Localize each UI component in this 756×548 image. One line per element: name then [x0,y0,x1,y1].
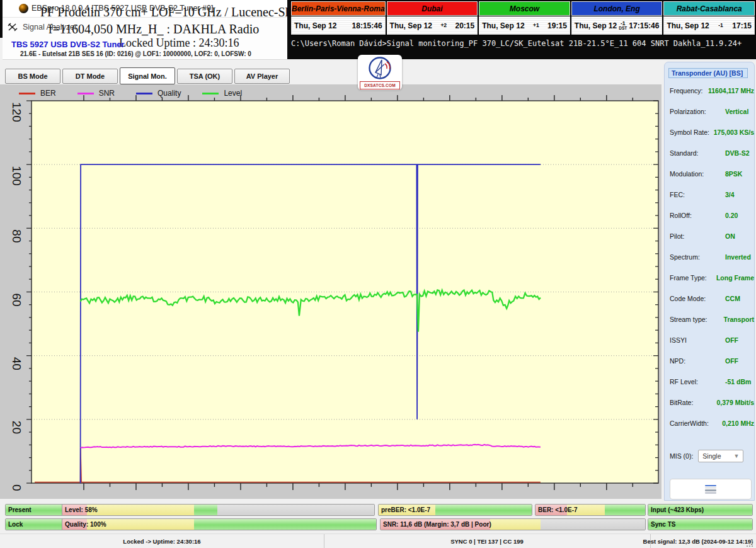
clock-london-eng: London, EngThu, Sep 12-1DST17:15:46 [571,1,663,35]
transponder-field: Frequency:11604,117 MHz [665,80,754,101]
transponder-list-button[interactable] [670,479,752,499]
transponder-title: Transponder (AU) [BS] [668,68,748,78]
svg-text:40: 40 [10,357,23,370]
clock-city-label: London, Eng [571,1,663,16]
mode-tabs: BS ModeDT ModeSignal Mon.TSA (OK)AV Play… [5,69,290,84]
app-icon [19,4,28,13]
indicator-ber: BER: <1.0E-7 [535,504,646,516]
status-sync: SYNC 0 | TEI 137 | CC 199 [324,534,651,548]
chevron-down-icon: ▼ [733,453,739,459]
transponder-field: FEC:3/4 [665,184,754,205]
legend-level: Level [202,89,242,98]
satellite-dish-icon [367,56,392,81]
indicator-label: BER: <1.0E-7 [538,505,578,515]
list-icon [705,485,716,494]
transponder-field: Modulation:8PSK [665,163,754,184]
tab-tsa-ok-[interactable]: TSA (OK) [177,69,232,84]
clock-time: Thu, Sep 1218:15:46 [291,16,386,35]
transponder-fields: Frequency:11604,117 MHzPolarization:Vert… [665,80,754,433]
tuner-info: 21.6E - Eutelsat 21B SES 16 (ID: 0216) @… [20,50,251,57]
clock-dubai: DubaiThu, Sep 12+220:15 [387,1,478,35]
mis-row: MIS (0): Single ▼ [665,445,754,466]
clock-moscow: MoscowThu, Sep 12+119:15 [479,1,570,35]
status-uptime: Locked -> Uptime: 24:30:16 [0,534,324,548]
legend-ber: BER [19,89,56,98]
clock-berlin-paris-vienna-roma: Berlin-Paris-Vienna-RomaThu, Sep 1218:15… [291,1,386,35]
transponder-field: Spectrum:Inverted [665,246,754,267]
transponder-field: CarrierWidth:0,210 MHz [665,413,754,433]
indicator-bars-row1: PresentLevel: 58%preBER: <1.0E-7BER: <1.… [0,504,756,516]
clock-city-label: Dubai [387,1,478,16]
header-area: EBSpro 18.0.0.4 [TBS 5927 USB DVB-S2 Tun… [3,0,287,60]
transponder-field: Polarization:Vertical [665,101,754,122]
indicator-input-kbps-: Input (~423 Kbps) [648,504,753,516]
transponder-field: Pilot:ON [665,225,754,246]
mis-label: MIS (0): [670,452,693,460]
tab-dt-mode[interactable]: DT Mode [62,69,118,84]
indicator-preber: preBER: <1.0E-7 [378,504,532,516]
indicator-bars-row2: LockQuality: 100%SNR: 11,6 dB (Margin: 3… [0,518,756,530]
clock-time: Thu, Sep 12+220:15 [387,16,478,35]
logo-text: DXSATCS.COM [360,81,400,89]
transponder-field: ISSYIOFF [665,329,754,350]
indicator-lock: Lock [5,518,68,530]
transponder-field: RF Level:-51 dBm [665,371,754,392]
svg-text:20: 20 [10,421,23,434]
frequency-title: f=11604,050 MHz_H_ : DAKHLA Radio [28,22,280,37]
clock-time: Thu, Sep 12+119:15 [479,16,570,35]
clock-city-label: Rabat-Casablanca [663,1,755,16]
svg-text:80: 80 [10,229,23,243]
indicator-label: Input (~423 Kbps) [651,505,704,515]
clock-city-label: Moscow [479,1,570,16]
transponder-field: Standard:DVB-S2 [665,142,754,163]
mis-select[interactable]: Single ▼ [698,450,743,462]
clock-time: Thu, Sep 12-117:15 [663,16,755,35]
world-clocks: Berlin-Paris-Vienna-RomaThu, Sep 1218:15… [291,1,755,35]
clock-rabat-casablanca: Rabat-CasablancaThu, Sep 12-117:15 [663,1,755,35]
transponder-field: RollOff:0.20 [665,205,754,225]
indicator-sync-ts: Sync TS [648,518,753,530]
dish-location-title: PF Prodelin 370 cm+ LOF=10 GHz / Lucenec… [40,5,290,20]
console-prompt: C:\Users\Roman Dávid>Signal monitoring_P… [291,39,742,48]
indicator-label: Quality: 100% [65,519,106,530]
legend-snr: SNR [77,89,115,98]
indicator-label: Present [8,505,32,515]
dxsatcs-logo: DXSATCS.COM [358,55,402,90]
signal-chart: 020406080100120 [0,84,662,499]
svg-text:60: 60 [10,294,23,307]
tab-signal-mon-[interactable]: Signal Mon. [120,67,175,84]
status-bar: Locked -> Uptime: 24:30:16 SYNC 0 | TEI … [0,534,756,548]
app-window: EBSpro 18.0.0.4 [TBS 5927 USB DVB-S2 Tun… [0,0,756,548]
resize-grip[interactable] [747,539,754,547]
indicator-level: Level: 58% [62,504,375,516]
legend-quality: Quality [136,89,181,98]
indicator-label: preBER: <1.0E-7 [381,505,430,515]
transponder-field: Frame Type:Long Frame [665,267,754,288]
signal-analyzer-icon [8,22,18,32]
clock-city-label: Berlin-Paris-Vienna-Roma [291,1,386,16]
indicator-label: Lock [8,519,23,530]
tuner-name: TBS 5927 USB DVB-S2 Tuner [11,40,125,49]
transponder-field: NPD:OFF [665,350,754,371]
indicator-present: Present [5,504,68,516]
indicator-label: Level: 58% [65,505,98,515]
svg-text:100: 100 [10,166,23,186]
chart-legend: BERSNRQualityLevel [19,89,242,98]
signal-chart-panel: 020406080100120 BERSNRQualityLevel [0,84,662,499]
indicator-label: Sync TS [651,519,675,530]
svg-text:120: 120 [10,102,23,122]
locked-uptime: Locked Uptime : 24:30:16 [119,37,239,50]
status-best-signal: Best signal: 12,3 dB (2024-09-12 14:19) [650,534,746,548]
tab-av-player[interactable]: AV Player [234,69,290,84]
svg-text:0: 0 [10,484,23,491]
transponder-panel: Transponder (AU) [BS] Frequency:11604,11… [664,62,755,501]
transponder-field: Symbol Rate:175,003 KS/s [665,122,754,142]
transponder-field: BitRate:0,379 Mbit/s [665,392,754,413]
transponder-field: Stream type:Transport [665,309,754,329]
indicator-snr: SNR: 11,6 dB (Margin: 3,7 dB | Poor) [380,518,646,530]
tab-bs-mode[interactable]: BS Mode [5,69,60,84]
transponder-field: Code Mode:CCM [665,288,754,309]
console-panel: M ( Berlin-Paris-Vienna-RomaThu, Sep 121… [287,0,756,59]
indicator-quality: Quality: 100% [62,518,377,530]
mis-value: Single [702,452,721,460]
